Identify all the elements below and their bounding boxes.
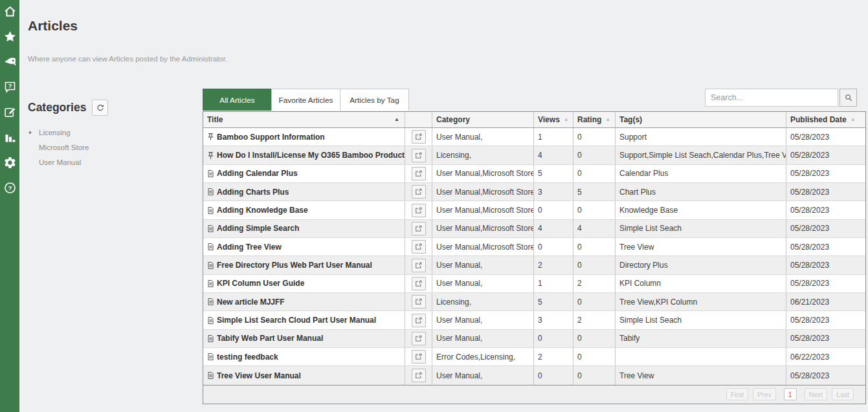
article-title-link[interactable]: Free Directory Plus Web Part User Manual <box>217 261 372 270</box>
open-article-button[interactable] <box>412 350 426 363</box>
sort-arrow-icon: ▲ <box>605 117 610 122</box>
views-cell: 0 <box>534 238 573 255</box>
published-date-cell: 05/28/2023 <box>786 311 865 329</box>
open-article-button[interactable] <box>412 295 426 309</box>
article-title-link[interactable]: testing feedback <box>217 352 278 362</box>
views-cell: 5 <box>534 165 573 182</box>
article-actions-cell <box>405 348 432 365</box>
page-first-button[interactable]: First <box>726 388 748 400</box>
article-title-link[interactable]: Bamboo Support Information <box>217 133 325 142</box>
rating-cell: 0 <box>573 348 616 365</box>
article-title-link[interactable]: Adding Simple Search <box>217 224 299 233</box>
category-item-user-manual[interactable]: User Manual <box>28 155 183 169</box>
open-article-button[interactable] <box>412 332 426 345</box>
edit-icon[interactable] <box>3 105 17 119</box>
column-header-label: Category <box>436 115 470 124</box>
bar-chart-icon[interactable] <box>3 131 17 144</box>
column-header-category: Category <box>432 112 534 127</box>
article-title-link[interactable]: Adding Knowledge Base <box>217 206 308 215</box>
tab-all-articles[interactable]: All Articles <box>203 89 272 111</box>
open-in-new-icon <box>414 279 423 288</box>
article-title-cell: KPI Column User Guide <box>203 275 405 292</box>
expand-caret-icon[interactable] <box>28 129 39 136</box>
tags-cell: Support <box>616 128 786 146</box>
article-actions-cell <box>405 146 432 164</box>
column-header-published-date[interactable]: Published Date▲ <box>786 112 865 127</box>
open-article-button[interactable] <box>412 277 426 290</box>
column-header-views[interactable]: Views▲ <box>534 112 573 127</box>
category-cell: User Manual, <box>432 366 534 384</box>
page-prev-button[interactable]: Prev <box>753 388 776 400</box>
open-article-button[interactable] <box>412 185 426 199</box>
column-header-label: Rating <box>577 115 601 124</box>
panel-top-bar: All ArticlesFavorite ArticlesArticles by… <box>203 89 866 111</box>
published-date-cell: 05/28/2023 <box>786 366 865 384</box>
categories-header: Categories <box>28 100 183 116</box>
article-title-link[interactable]: New article MJJFF <box>217 298 285 307</box>
search-button[interactable] <box>840 89 857 107</box>
tab-strip: All ArticlesFavorite ArticlesArticles by… <box>203 89 408 111</box>
open-article-button[interactable] <box>412 149 426 162</box>
published-date-cell: 05/28/2023 <box>786 146 865 164</box>
views-cell: 1 <box>534 128 573 146</box>
article-title-link[interactable]: Simple List Search Cloud Part User Manua… <box>217 316 376 325</box>
open-article-button[interactable] <box>412 130 426 144</box>
article-title-link[interactable]: Adding Calendar Plus <box>217 169 298 178</box>
document-icon <box>206 243 215 251</box>
sort-arrow-icon: ▲ <box>851 117 856 122</box>
open-article-button[interactable] <box>412 204 426 217</box>
document-icon <box>206 169 215 178</box>
open-in-new-icon <box>414 169 423 178</box>
help-circle-icon[interactable]: ? <box>3 181 17 195</box>
open-in-new-icon <box>414 334 423 343</box>
tag-icon[interactable] <box>3 55 17 69</box>
column-header-rating[interactable]: Rating▲ <box>573 112 616 127</box>
article-title-cell: Adding Charts Plus <box>203 183 405 201</box>
open-article-button[interactable] <box>412 259 426 272</box>
open-article-button[interactable] <box>412 314 426 327</box>
open-article-button[interactable] <box>412 240 426 254</box>
document-icon <box>206 371 215 380</box>
tags-cell: Tree View <box>616 366 786 384</box>
search-input[interactable] <box>705 89 838 107</box>
refresh-categories-button[interactable] <box>92 100 108 116</box>
chat-question-icon[interactable]: ? <box>3 80 17 94</box>
document-icon <box>206 334 215 343</box>
page-last-button[interactable]: Last <box>832 388 854 400</box>
article-title-link[interactable]: How Do I Install/License My O365 Bamboo … <box>217 151 405 160</box>
article-title-cell: Adding Simple Search <box>203 220 405 237</box>
pin-icon <box>206 133 215 141</box>
article-title-link[interactable]: KPI Column User Guide <box>217 279 304 288</box>
gear-icon[interactable] <box>3 156 17 169</box>
rating-cell: 0 <box>573 128 616 146</box>
article-title-link[interactable]: Tabify Web Part User Manual <box>217 334 323 343</box>
table-row: How Do I Install/License My O365 Bamboo … <box>203 146 865 164</box>
page-1-button[interactable]: 1 <box>784 388 797 400</box>
page-next-button[interactable]: Next <box>805 388 828 400</box>
article-title-cell: testing feedback <box>203 348 405 365</box>
open-article-button[interactable] <box>412 167 426 180</box>
tab-favorite-articles[interactable]: Favorite Articles <box>271 89 340 111</box>
column-header-title[interactable]: Title▲ <box>203 112 405 127</box>
rating-cell: 0 <box>573 146 616 164</box>
open-article-button[interactable] <box>412 369 426 382</box>
category-cell: User Manual, <box>432 275 534 292</box>
views-cell: 3 <box>534 311 573 329</box>
categories-panel: Categories LicensingMicrosoft StoreUser … <box>28 100 183 169</box>
tab-articles-by-tag[interactable]: Articles by Tag <box>340 89 409 111</box>
article-title-link[interactable]: Adding Charts Plus <box>217 188 289 197</box>
star-icon[interactable] <box>3 30 17 43</box>
table-row: Adding Calendar PlusUser Manual,Microsof… <box>203 165 865 183</box>
rating-cell: 0 <box>573 238 616 255</box>
search-icon <box>844 93 853 102</box>
category-item-licensing[interactable]: Licensing <box>28 125 183 140</box>
document-icon <box>206 224 215 233</box>
home-icon[interactable] <box>3 5 17 18</box>
document-icon <box>206 316 215 325</box>
open-article-button[interactable] <box>412 222 426 235</box>
article-title-link[interactable]: Adding Tree View <box>217 243 282 252</box>
category-item-microsoft-store[interactable]: Microsoft Store <box>28 140 183 155</box>
article-title-link[interactable]: Tree View User Manual <box>217 371 301 380</box>
articles-panel: All ArticlesFavorite ArticlesArticles by… <box>203 89 866 404</box>
table-body: Bamboo Support InformationUser Manual,10… <box>203 128 865 385</box>
